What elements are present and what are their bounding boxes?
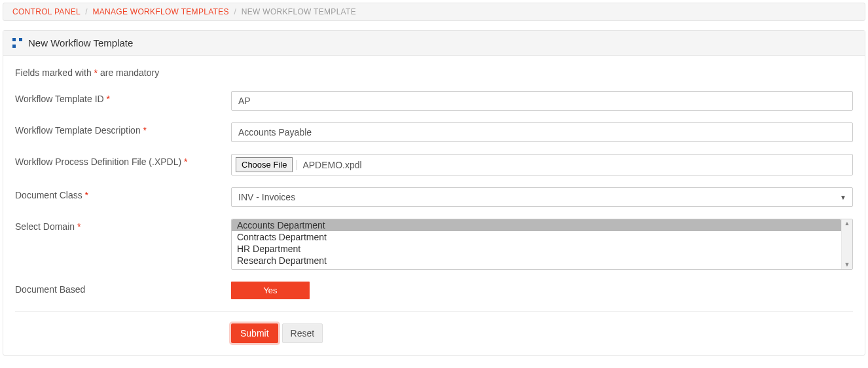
workflow-icon bbox=[12, 38, 23, 48]
mandatory-note: Fields marked with * are mandatory bbox=[15, 67, 853, 78]
label-template-desc: Workflow Template Description * bbox=[15, 122, 231, 136]
panel-title: New Workflow Template bbox=[28, 37, 133, 48]
row-template-desc: Workflow Template Description * bbox=[15, 122, 853, 142]
breadcrumb-link-manage-templates[interactable]: MANAGE WORKFLOW TEMPLATES bbox=[92, 7, 228, 16]
panel-header: New Workflow Template bbox=[3, 31, 865, 56]
input-template-desc[interactable] bbox=[231, 122, 853, 142]
scrollbar[interactable]: ▲ ▼ bbox=[841, 219, 852, 269]
row-template-id: Workflow Template ID * bbox=[15, 91, 853, 111]
label-domain: Select Domain * bbox=[15, 219, 231, 232]
choose-file-button[interactable]: Choose File bbox=[236, 157, 293, 172]
scroll-down-icon[interactable]: ▼ bbox=[844, 262, 850, 268]
row-doc-class: Document Class * INV - Invoices ▼ bbox=[15, 187, 853, 207]
form-panel: New Workflow Template Fields marked with… bbox=[3, 30, 865, 356]
breadcrumb-separator: / bbox=[234, 7, 236, 16]
scroll-up-icon[interactable]: ▲ bbox=[844, 221, 850, 227]
label-doc-based: Document Based bbox=[15, 282, 231, 295]
row-xpdl: Workflow Process Definition File (.XPDL)… bbox=[15, 154, 853, 175]
divider bbox=[15, 311, 853, 312]
chosen-file-name: APDEMO.xpdl bbox=[297, 160, 361, 170]
domain-option[interactable]: HR Department bbox=[232, 243, 841, 255]
file-input-wrap: Choose File APDEMO.xpdl bbox=[231, 154, 853, 175]
breadcrumb-link-control-panel[interactable]: CONTROL PANEL bbox=[12, 7, 80, 16]
label-doc-class: Document Class * bbox=[15, 187, 231, 200]
label-xpdl: Workflow Process Definition File (.XPDL)… bbox=[15, 154, 231, 167]
domain-option[interactable]: Accounts Department bbox=[232, 219, 841, 231]
button-row: Submit Reset bbox=[231, 323, 853, 343]
panel-body: Fields marked with * are mandatory Workf… bbox=[3, 56, 865, 355]
multiselect-list[interactable]: Accounts Department Contracts Department… bbox=[232, 219, 841, 269]
row-doc-based: Document Based Yes bbox=[15, 282, 853, 299]
breadcrumb-current: NEW WORKFLOW TEMPLATE bbox=[242, 7, 356, 16]
input-template-id[interactable] bbox=[231, 91, 853, 111]
domain-option[interactable]: Contracts Department bbox=[232, 231, 841, 243]
multiselect-domain[interactable]: Accounts Department Contracts Department… bbox=[231, 219, 853, 270]
domain-option[interactable]: Research Department bbox=[232, 255, 841, 267]
submit-button[interactable]: Submit bbox=[231, 323, 278, 343]
row-domain: Select Domain * Accounts Department Cont… bbox=[15, 219, 853, 270]
reset-button[interactable]: Reset bbox=[282, 323, 323, 343]
breadcrumb: CONTROL PANEL / MANAGE WORKFLOW TEMPLATE… bbox=[3, 3, 865, 21]
toggle-document-based[interactable]: Yes bbox=[231, 282, 310, 299]
breadcrumb-separator: / bbox=[85, 7, 88, 16]
label-template-id: Workflow Template ID * bbox=[15, 91, 231, 104]
select-doc-class[interactable]: INV - Invoices bbox=[231, 187, 853, 207]
